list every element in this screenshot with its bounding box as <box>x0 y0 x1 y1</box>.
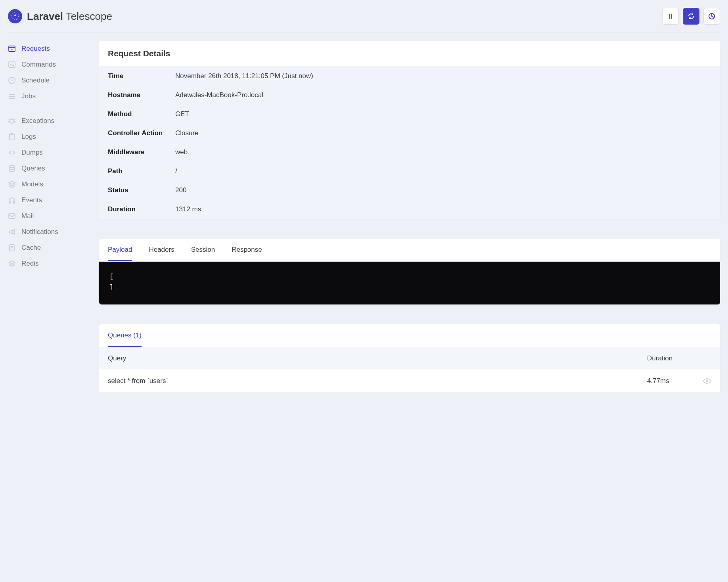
request-details-title: Request Details <box>99 41 720 67</box>
sidebar-item-label: Events <box>21 196 42 204</box>
detail-value: web <box>175 148 188 156</box>
detail-value: 1312 ms <box>175 205 201 213</box>
table-row: select * from `users`4.77ms <box>99 369 720 392</box>
detail-label: Status <box>108 186 175 194</box>
queries-table: Query Duration select * from `users`4.77… <box>99 347 720 392</box>
layers-icon <box>8 180 16 188</box>
detail-label: Controller Action <box>108 129 175 137</box>
tab-response[interactable]: Response <box>232 239 262 261</box>
detail-row-status: Status200 <box>99 181 720 200</box>
detail-value: / <box>175 167 177 175</box>
brand-title: Laravel Telescope <box>27 10 112 23</box>
detail-label: Middleware <box>108 148 175 156</box>
sidebar-item-label: Schedule <box>21 77 50 84</box>
queries-col-duration: Duration <box>638 347 694 369</box>
database-icon <box>8 165 16 172</box>
detail-row-duration: Duration1312 ms <box>99 200 720 219</box>
sidebar-item-redis[interactable]: Redis <box>8 256 87 272</box>
brand: Laravel Telescope <box>8 9 112 23</box>
sidebar-item-label: Requests <box>21 45 50 53</box>
svg-rect-1 <box>669 14 670 19</box>
brand-title-suffix: Telescope <box>63 10 112 22</box>
detail-row-controller-action: Controller ActionClosure <box>99 124 720 143</box>
list-icon <box>8 92 16 100</box>
eye-icon <box>703 377 711 385</box>
sidebar-item-label: Dumps <box>21 149 43 157</box>
queries-col-query: Query <box>99 347 638 369</box>
pause-button[interactable] <box>662 8 679 25</box>
tab-payload[interactable]: Payload <box>108 239 132 261</box>
svg-rect-11 <box>9 201 10 203</box>
svg-point-15 <box>706 380 708 382</box>
queries-tabs: Queries (1) <box>99 324 720 347</box>
view-query-button[interactable] <box>694 369 720 392</box>
terminal-icon <box>8 61 16 69</box>
sidebar-item-label: Notifications <box>21 228 58 236</box>
detail-label: Duration <box>108 205 175 213</box>
document-icon <box>8 244 16 252</box>
payload-card: PayloadHeadersSessionResponse [ ] <box>99 239 720 304</box>
sidebar-item-exceptions[interactable]: Exceptions <box>8 113 87 129</box>
sidebar-item-label: Redis <box>21 260 38 268</box>
tab-session[interactable]: Session <box>191 239 215 261</box>
detail-label: Hostname <box>108 91 175 99</box>
sidebar-item-schedule[interactable]: Schedule <box>8 73 87 88</box>
request-details-card: Request Details TimeNovember 26th 2018, … <box>99 41 720 219</box>
sidebar-item-events[interactable]: Events <box>8 192 87 208</box>
brand-logo-icon <box>8 9 22 23</box>
sidebar-item-commands[interactable]: Commands <box>8 57 87 73</box>
main: Request Details TimeNovember 26th 2018, … <box>99 41 720 412</box>
detail-label: Method <box>108 110 175 118</box>
brand-title-strong: Laravel <box>27 10 63 22</box>
tab-headers[interactable]: Headers <box>149 239 174 261</box>
sidebar-item-cache[interactable]: Cache <box>8 240 87 256</box>
sidebar-item-label: Logs <box>21 133 36 141</box>
query-cell: select * from `users` <box>99 369 638 392</box>
sidebar-item-mail[interactable]: Mail <box>8 208 87 224</box>
header: Laravel Telescope <box>8 0 720 33</box>
bug-icon <box>8 117 16 125</box>
request-details-body: TimeNovember 26th 2018, 11:21:05 PM (Jus… <box>99 67 720 219</box>
clock-icon <box>8 77 16 84</box>
sidebar-item-jobs[interactable]: Jobs <box>8 88 87 104</box>
detail-value: 200 <box>175 186 186 194</box>
svg-point-0 <box>11 13 19 20</box>
payload-tabs: PayloadHeadersSessionResponse <box>99 239 720 262</box>
sidebar-item-label: Models <box>21 180 43 188</box>
sidebar-item-notifications[interactable]: Notifications <box>8 224 87 240</box>
bullhorn-icon <box>8 228 16 236</box>
detail-row-method: MethodGET <box>99 105 720 124</box>
detail-row-path: Path/ <box>99 162 720 181</box>
detail-value: Closure <box>175 129 199 137</box>
sidebar-item-requests[interactable]: Requests <box>8 41 87 57</box>
sidebar-item-logs[interactable]: Logs <box>8 129 87 145</box>
tab-queries[interactable]: Queries (1) <box>108 324 142 347</box>
sidebar-item-label: Exceptions <box>21 117 54 125</box>
queries-card: Queries (1) Query Duration select * from… <box>99 324 720 392</box>
svg-rect-2 <box>671 14 672 19</box>
detail-value: GET <box>175 110 189 118</box>
sidebar-item-label: Mail <box>21 212 34 220</box>
svg-rect-13 <box>9 214 15 218</box>
sidebar-item-queries[interactable]: Queries <box>8 161 87 176</box>
sidebar-item-dumps[interactable]: Dumps <box>8 145 87 161</box>
sidebar-item-label: Cache <box>21 244 41 252</box>
queries-header-row: Query Duration <box>99 347 720 369</box>
detail-value: November 26th 2018, 11:21:05 PM (Just no… <box>175 72 313 80</box>
browser-icon <box>8 45 16 53</box>
queries-col-action <box>694 347 720 369</box>
refresh-button[interactable] <box>683 8 699 25</box>
header-actions <box>662 8 720 25</box>
mail-icon <box>8 212 16 220</box>
payload-code: [ ] <box>99 262 720 304</box>
sidebar: RequestsCommandsScheduleJobsExceptionsLo… <box>8 41 87 412</box>
sidebar-item-models[interactable]: Models <box>8 176 87 192</box>
sidebar-item-label: Queries <box>21 165 45 172</box>
sidebar-item-label: Commands <box>21 61 56 69</box>
chart-button[interactable] <box>703 8 720 25</box>
detail-row-hostname: HostnameAdewales-MacBook-Pro.local <box>99 86 720 105</box>
svg-rect-12 <box>13 201 15 203</box>
detail-label: Path <box>108 167 175 175</box>
detail-row-middleware: Middlewareweb <box>99 143 720 162</box>
detail-row-time: TimeNovember 26th 2018, 11:21:05 PM (Jus… <box>99 67 720 86</box>
